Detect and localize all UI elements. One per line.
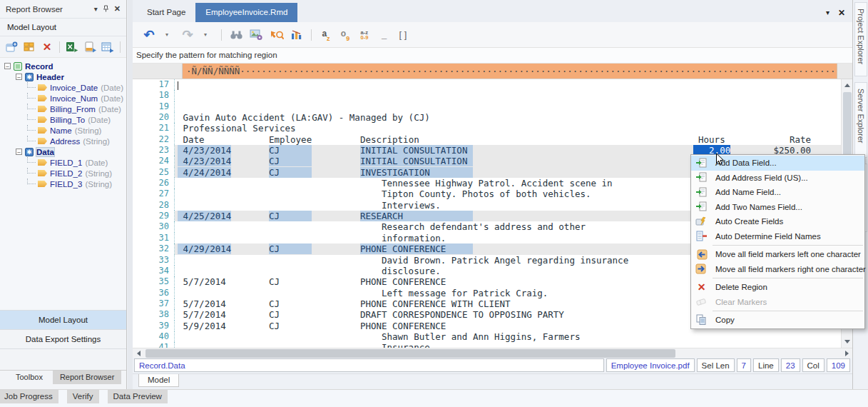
undo-button[interactable]: ↶ <box>143 27 155 43</box>
doc-line-text[interactable] <box>175 90 841 101</box>
image-settings-button[interactable] <box>250 27 263 43</box>
tree-item-field_1[interactable]: FIELD_1(Date) <box>0 157 126 168</box>
tree-item-data[interactable]: –✱Data <box>0 146 126 157</box>
panel-close-icon[interactable]: ✕ <box>114 4 121 14</box>
verify-pointer-button[interactable] <box>270 27 284 43</box>
delete-button[interactable]: ✕ <box>40 40 54 54</box>
doc-line-18: 18 <box>133 90 841 101</box>
scroll-right-icon[interactable] <box>841 348 852 358</box>
field-region[interactable]: CJ <box>269 243 312 254</box>
doc-text: Professional Services <box>183 123 296 134</box>
field-region[interactable]: CJ <box>269 145 312 156</box>
field-region[interactable]: INVESTIGATION <box>360 167 473 178</box>
panel-item-data-export-settings[interactable]: Data Export Settings <box>0 329 126 348</box>
menu-item-auto-determine-field-names[interactable]: Auto Determine Field Names <box>691 229 864 244</box>
field-region[interactable]: INITIAL CONSULTATION <box>360 156 473 166</box>
field-region[interactable]: 4/23/2014 <box>178 145 231 156</box>
menu-item-copy[interactable]: Copy <box>691 313 864 328</box>
menu-item-move-all-field-markers-left-one-character[interactable]: Move all field markers left one characte… <box>691 247 864 262</box>
export-excel-button[interactable] <box>65 40 79 54</box>
tab-model[interactable]: Model <box>138 374 179 387</box>
doc-line-text[interactable]: Shawn Butler and Ann Higgins, Farmers <box>175 331 841 342</box>
field-region[interactable]: 4/25/2014 <box>178 211 231 221</box>
field-region[interactable]: PHONE CONFERENCE <box>360 243 473 254</box>
chart-button[interactable] <box>290 27 303 43</box>
tree-item-field_3[interactable]: FIELD_3(String) <box>0 179 126 189</box>
tree-item-billing_to[interactable]: Billing_To(Date) <box>0 114 126 125</box>
field-region[interactable]: 4/29/2014 <box>178 243 231 254</box>
bottom-tab-job-progress[interactable]: Job Progress <box>0 390 58 403</box>
bracket-field-button[interactable]: [ ] <box>397 27 409 43</box>
alnum-field-button[interactable]: a-z0-9 <box>358 27 371 43</box>
tree-item-field_2[interactable]: FIELD_2(String) <box>0 168 126 179</box>
horizontal-scrollbar[interactable] <box>133 348 852 358</box>
field-region[interactable]: RESEARCH <box>360 211 473 221</box>
tab-close-icon[interactable]: ✕ <box>838 8 845 18</box>
doc-line-text[interactable] <box>175 79 841 90</box>
field-region[interactable]: INITIAL CONSULTATION <box>360 145 473 156</box>
doc-line-text[interactable]: Professional Services <box>175 123 841 134</box>
horizontal-scroll-thumb[interactable] <box>145 349 675 358</box>
tree-item-address[interactable]: Address(String) <box>0 136 126 146</box>
alpha-field-button[interactable]: az <box>320 27 332 43</box>
bottom-tab-data-preview[interactable]: Data Preview <box>108 390 168 403</box>
tree-item-record[interactable]: –Record <box>0 61 126 71</box>
field-icon <box>38 181 47 187</box>
redo-caret[interactable]: ▾ <box>200 27 213 43</box>
field-region[interactable]: 4/24/2014 <box>178 167 231 178</box>
tab-toolbox[interactable]: Toolbox <box>9 371 50 384</box>
panel-pin-icon[interactable] <box>103 5 109 14</box>
menu-item-add-two-names-field[interactable]: Add Two Names Field... <box>691 200 864 215</box>
panel-splitter[interactable] <box>128 0 133 389</box>
redo-button[interactable]: ↷ <box>181 27 194 43</box>
menu-item-move-all-field-markers-right-one-character[interactable]: Move all field markers right one charact… <box>691 262 864 277</box>
side-tab-project-explorer[interactable]: Project Explorer <box>854 2 867 76</box>
menu-item-auto-create-fields[interactable]: Auto Create Fields <box>691 214 864 229</box>
vertical-scroll-thumb[interactable] <box>843 92 852 160</box>
tree-item-invoice_num[interactable]: Invoice_Num(Date) <box>0 93 126 104</box>
tab-list-caret-icon[interactable]: ▾ <box>826 9 829 16</box>
doc-line-text[interactable] <box>175 101 841 112</box>
delete-icon: ✕ <box>691 281 712 293</box>
blank-field-button[interactable]: _ <box>377 27 390 43</box>
doc-line-text[interactable]: Insurance <box>175 342 841 348</box>
doc-line-text[interactable]: Date Employee Description Hours Rate <box>175 134 841 145</box>
add-fields-button[interactable] <box>22 40 36 54</box>
tab-report-browser[interactable]: Report Browser <box>53 371 121 384</box>
tree-expander-icon[interactable]: – <box>16 149 22 155</box>
tree-item-name[interactable]: Name(String) <box>0 125 126 136</box>
field-region[interactable]: CJ <box>269 156 312 166</box>
pattern-input[interactable]: ·Ñ/ÑÑ/ÑÑÑÑ······························… <box>183 64 837 79</box>
tree-item-billing_from[interactable]: Billing_From(Date) <box>0 104 126 114</box>
field-region[interactable]: CJ <box>269 211 312 221</box>
line-number: 25 <box>133 167 175 178</box>
tab-employeeinvoice-rmd[interactable]: EmployeeInvoice.Rmd <box>195 3 297 22</box>
tree-expander-icon[interactable]: – <box>4 63 11 69</box>
scroll-down-icon[interactable] <box>842 336 852 347</box>
side-tab-server-explorer[interactable]: Server Explorer <box>854 82 867 158</box>
export-csv-button[interactable] <box>83 40 97 54</box>
tab-start-page[interactable]: Start Page <box>137 3 195 22</box>
doc-text: Left message for Patrick Craig. <box>382 288 548 298</box>
doc-line-text[interactable]: Gavin Auto Accident (LA:GAV) - Managed b… <box>175 112 841 123</box>
panel-item-model-layout[interactable]: Model Layout <box>0 310 126 329</box>
field-region[interactable]: 4/23/2014 <box>178 156 231 166</box>
scroll-up-icon[interactable] <box>842 80 852 91</box>
bottom-tab-verify[interactable]: Verify <box>67 390 99 403</box>
add-field-button[interactable] <box>4 40 19 54</box>
menu-item-delete-region[interactable]: ✕Delete Region <box>691 280 864 295</box>
scroll-left-icon[interactable] <box>133 348 144 358</box>
line-number: 41 <box>133 342 175 348</box>
find-button[interactable] <box>230 27 243 43</box>
menu-item-add-name-field[interactable]: Add Name Field... <box>691 185 864 200</box>
panel-caret-down-icon[interactable]: ▾ <box>94 5 98 13</box>
export-table-button[interactable] <box>101 40 115 54</box>
menu-item-add-address-field-us[interactable]: Add Address Field (US)... <box>691 171 864 186</box>
field-region[interactable]: CJ <box>269 167 312 178</box>
tree-item-header[interactable]: –✱Header <box>0 71 126 82</box>
numeric-field-button[interactable]: o9 <box>339 27 352 43</box>
panel-spacer <box>0 348 126 370</box>
undo-caret[interactable]: ▾ <box>162 27 175 43</box>
tree-expander-icon[interactable]: – <box>16 74 22 80</box>
tree-item-invoice_date[interactable]: Invoice_Date(Date) <box>0 82 126 93</box>
